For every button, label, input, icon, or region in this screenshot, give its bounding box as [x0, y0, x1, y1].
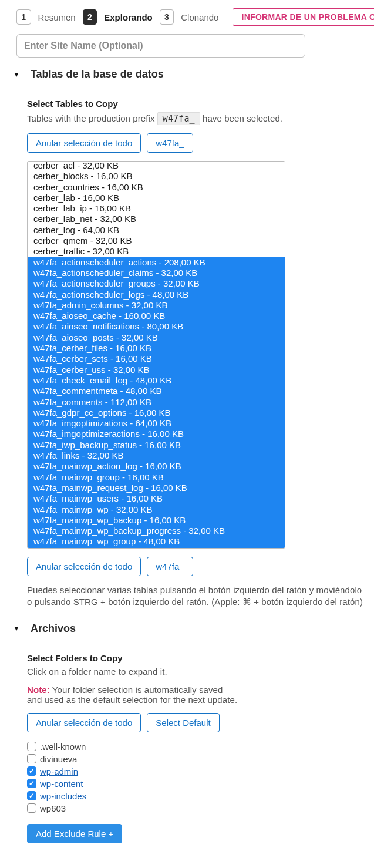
table-row[interactable]: w47fa_comments - 112,00 KB: [28, 397, 285, 408]
files-note: Note: Your folder selection is automatic…: [27, 685, 365, 705]
folder-row: .well-known: [27, 741, 365, 753]
prefix-chip: w47fa_: [157, 112, 200, 125]
table-row[interactable]: w47fa_imgoptimizations - 64,00 KB: [28, 418, 285, 429]
table-row[interactable]: w47fa_actionscheduler_actions - 208,00 K…: [28, 257, 285, 268]
step-3-label[interactable]: Clonando: [181, 12, 218, 22]
db-prefix-sentence: Tables with the production prefix w47fa_…: [27, 112, 365, 125]
folder-list: .well-knowndivinuevawp-adminwp-contentwp…: [27, 741, 365, 815]
files-subheading: Select Folders to Copy: [27, 653, 365, 663]
folder-label: wp603: [40, 802, 66, 815]
table-row[interactable]: cerber_log - 64,00 KB: [28, 225, 285, 235]
table-row[interactable]: w47fa_actionscheduler_groups - 32,00 KB: [28, 278, 285, 289]
table-row[interactable]: w47fa_mainwp_group - 16,00 KB: [28, 472, 285, 483]
table-row[interactable]: w47fa_mainwp_wp - 32,00 KB: [28, 504, 285, 515]
folder-row: wp-content: [27, 778, 365, 790]
folders-unselect-all-button[interactable]: Anular selección de todo: [27, 713, 141, 732]
folder-checkbox[interactable]: [27, 791, 36, 800]
table-row[interactable]: w47fa_aioseo_cache - 160,00 KB: [28, 311, 285, 321]
table-row[interactable]: cerber_blocks - 16,00 KB: [28, 171, 285, 181]
folder-row: wp-includes: [27, 790, 365, 802]
folder-checkbox[interactable]: [27, 742, 36, 751]
table-row[interactable]: cerber_traffic - 32,00 KB: [28, 246, 285, 257]
table-row[interactable]: w47fa_actionscheduler_logs - 48,00 KB: [28, 290, 285, 300]
table-row[interactable]: w47fa_aioseo_notifications - 80,00 KB: [28, 321, 285, 332]
folder-label[interactable]: wp-admin: [40, 765, 78, 778]
step-1-label[interactable]: Resumen: [38, 12, 76, 22]
folder-row: wp-admin: [27, 765, 365, 778]
table-row[interactable]: w47fa_mainwp_action_log - 16,00 KB: [28, 461, 285, 472]
table-row[interactable]: w47fa_mainwp_wp_option - 32,00 KB: [28, 547, 285, 549]
table-row[interactable]: w47fa_check_email_log - 48,00 KB: [28, 375, 285, 386]
wizard-steps: 1 Resumen 2 Explorando 3 Clonando INFORM…: [0, 8, 374, 26]
step-2-label[interactable]: Explorando: [104, 12, 153, 22]
section-header-db[interactable]: ▼ Tablas de la base de datos: [0, 58, 374, 88]
chevron-down-icon: ▼: [13, 624, 20, 633]
table-row[interactable]: cerber_lab - 16,00 KB: [28, 193, 285, 203]
folder-row: wp603: [27, 802, 365, 815]
section-header-files[interactable]: ▼ Archivos: [0, 612, 374, 642]
unselect-all-top-button[interactable]: Anular selección de todo: [27, 133, 141, 153]
section-title-db: Tablas de la base de datos: [31, 68, 164, 80]
select-prefix-bottom-button[interactable]: w47fa_: [147, 557, 193, 576]
unselect-all-bottom-button[interactable]: Anular selección de todo: [27, 557, 141, 576]
report-problem-button[interactable]: INFORMAR DE UN PROBLEMA O: [233, 8, 374, 26]
table-row[interactable]: cerber_qmem - 32,00 KB: [28, 235, 285, 246]
files-subtext: Click on a folder name to expand it.: [27, 667, 365, 677]
folder-checkbox[interactable]: [27, 754, 36, 763]
db-subheading: Select Tables to Copy: [27, 99, 365, 109]
select-prefix-top-button[interactable]: w47fa_: [147, 133, 193, 153]
table-row[interactable]: w47fa_mainwp_wp_backup_progress - 32,00 …: [28, 526, 285, 536]
table-row[interactable]: w47fa_cerber_files - 16,00 KB: [28, 343, 285, 354]
table-row[interactable]: w47fa_actionscheduler_claims - 32,00 KB: [28, 268, 285, 278]
table-row[interactable]: w47fa_aioseo_posts - 32,00 KB: [28, 332, 285, 343]
table-row[interactable]: w47fa_cerber_sets - 16,00 KB: [28, 354, 285, 364]
folder-label[interactable]: wp-includes: [40, 790, 86, 802]
table-row[interactable]: w47fa_mainwp_wp_backup - 16,00 KB: [28, 515, 285, 526]
add-exclude-rule-button[interactable]: Add Exclude Rule +: [27, 824, 122, 843]
table-row[interactable]: w47fa_iwp_backup_status - 16,00 KB: [28, 440, 285, 450]
table-row[interactable]: cerber_lab_ip - 16,00 KB: [28, 203, 285, 214]
table-row[interactable]: w47fa_commentmeta - 48,00 KB: [28, 386, 285, 396]
chevron-down-icon: ▼: [13, 70, 20, 79]
table-row[interactable]: cerber_lab_net - 32,00 KB: [28, 214, 285, 224]
table-row[interactable]: w47fa_cerber_uss - 32,00 KB: [28, 365, 285, 375]
folder-row: divinueva: [27, 753, 365, 765]
table-row[interactable]: w47fa_mainwp_users - 16,00 KB: [28, 493, 285, 504]
section-title-files: Archivos: [31, 623, 76, 635]
step-3-num[interactable]: 3: [160, 9, 174, 25]
folder-checkbox[interactable]: [27, 779, 36, 788]
folder-checkbox[interactable]: [27, 803, 36, 813]
table-row[interactable]: w47fa_admin_columns - 32,00 KB: [28, 300, 285, 311]
table-row[interactable]: w47fa_links - 32,00 KB: [28, 450, 285, 461]
tables-listbox[interactable]: cerber_acl - 32,00 KBcerber_blocks - 16,…: [27, 161, 285, 549]
site-name-input[interactable]: [16, 34, 305, 58]
table-row[interactable]: w47fa_gdpr_cc_options - 16,00 KB: [28, 408, 285, 418]
folders-select-default-button[interactable]: Select Default: [147, 713, 219, 732]
folder-label: divinueva: [40, 753, 77, 765]
multiselect-hint: Puedes seleccionar varias tablas pulsand…: [27, 584, 365, 608]
table-row[interactable]: w47fa_mainwp_request_log - 16,00 KB: [28, 483, 285, 493]
folder-checkbox[interactable]: [27, 766, 36, 776]
folder-label[interactable]: wp-content: [40, 778, 83, 790]
step-2-num[interactable]: 2: [83, 9, 97, 25]
table-row[interactable]: w47fa_imgoptimizeractions - 16,00 KB: [28, 429, 285, 439]
table-row[interactable]: cerber_acl - 32,00 KB: [28, 161, 285, 171]
table-row[interactable]: cerber_countries - 16,00 KB: [28, 182, 285, 193]
folder-label: .well-known: [40, 741, 86, 753]
table-row[interactable]: w47fa_mainwp_wp_group - 48,00 KB: [28, 536, 285, 547]
step-1-num[interactable]: 1: [16, 9, 31, 25]
